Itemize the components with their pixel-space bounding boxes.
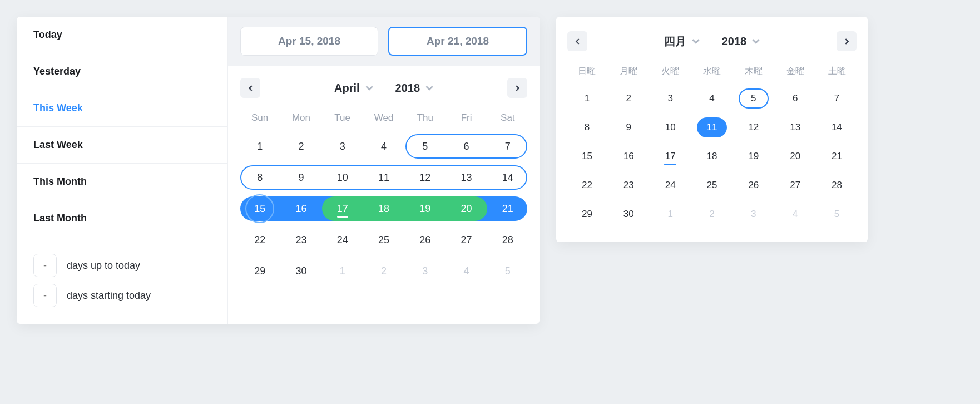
calendar-day[interactable]: 20 [446,196,487,221]
calendar-day[interactable]: 10 [650,116,691,139]
preset-last-week[interactable]: Last Week [17,127,227,164]
calendar-day[interactable]: 13 [774,116,816,139]
days-up-to-today-input[interactable] [33,254,57,277]
days-starting-today-input[interactable] [33,284,57,307]
calendar-day[interactable]: 2 [363,259,404,283]
calendar-day[interactable]: 22 [239,228,280,252]
calendar-week: 29 30 1 2 3 4 5 [239,257,528,285]
preset-yesterday[interactable]: Yesterday [17,53,227,90]
calendar-day[interactable]: 26 [732,174,774,196]
preset-this-month[interactable]: This Month [17,164,227,200]
next-month-button[interactable] [837,31,857,51]
calendar-day[interactable]: 2 [691,203,733,225]
calendar-day[interactable]: 12 [404,165,446,190]
calendar-day[interactable]: 15 [566,145,608,167]
prev-month-button[interactable] [240,78,260,98]
calendar-day[interactable]: 3 [650,87,691,110]
calendar-day[interactable]: 12 [732,116,774,139]
month-select[interactable]: April [334,82,373,95]
calendar-day[interactable]: 30 [608,203,650,225]
weekday-header: 日曜 月曜 火曜 水曜 木曜 金曜 土曜 [566,62,858,83]
calendar-day[interactable]: 3 [404,259,446,283]
calendar-day[interactable]: 8 [239,165,280,190]
prev-month-button[interactable] [567,31,587,51]
calendar-day[interactable]: 29 [239,259,280,283]
calendar-day[interactable]: 4 [691,87,733,110]
calendar-day[interactable]: 4 [774,203,816,225]
year-select[interactable]: 2018 [395,82,434,95]
calendar-week: 22 23 24 25 26 27 28 [566,172,858,199]
calendar-day[interactable]: 1 [239,134,280,159]
calendar-day[interactable]: 9 [608,116,650,139]
calendar-day[interactable]: 11 [691,116,733,139]
calendar-day[interactable]: 28 [487,228,528,252]
calendar-day[interactable]: 21 [816,145,858,167]
weekday-label: 金曜 [774,62,816,83]
calendar-day[interactable]: 16 [280,196,321,221]
preset-today[interactable]: Today [17,17,227,53]
calendar-day[interactable]: 7 [816,87,858,110]
calendar-day[interactable]: 15 [239,196,280,221]
calendar-day[interactable]: 18 [691,145,733,167]
calendar-day[interactable]: 26 [404,228,446,252]
calendar-day[interactable]: 25 [691,174,733,196]
calendar-day[interactable]: 19 [732,145,774,167]
calendar-day[interactable]: 25 [363,228,404,252]
calendar-day[interactable]: 1 [650,203,691,225]
calendar-day[interactable]: 5 [732,87,774,110]
preset-last-month[interactable]: Last Month [17,200,227,237]
next-month-button[interactable] [507,78,527,98]
calendar-day[interactable]: 10 [322,165,363,190]
calendar-day[interactable]: 7 [487,134,528,159]
month-navigation: April 2018 [239,71,528,101]
calendar-day[interactable]: 27 [774,174,816,196]
calendar-day[interactable]: 5 [404,134,446,159]
calendar-day[interactable]: 24 [322,228,363,252]
calendar-day[interactable]: 1 [566,87,608,110]
calendar-day[interactable]: 20 [774,145,816,167]
calendar-day[interactable]: 18 [363,196,404,221]
calendar-day[interactable]: 30 [280,259,321,283]
days-starting-today-label: days starting today [67,290,151,302]
calendar-day[interactable]: 14 [816,116,858,139]
chevron-right-icon [514,85,521,91]
start-date-field[interactable]: Apr 15, 2018 [240,27,378,56]
calendar-week: 8 9 10 11 12 13 14 [239,164,528,191]
calendar-day[interactable]: 2 [608,87,650,110]
calendar-day[interactable]: 8 [566,116,608,139]
calendar-day[interactable]: 17 [650,145,691,167]
calendar-day[interactable]: 3 [732,203,774,225]
calendar-day[interactable]: 9 [280,165,321,190]
calendar-day[interactable]: 13 [446,165,487,190]
days-up-to-today-label: days up to today [67,260,140,272]
calendar-day[interactable]: 1 [322,259,363,283]
calendar-day[interactable]: 27 [446,228,487,252]
calendar-day[interactable]: 3 [322,134,363,159]
calendar-day[interactable]: 24 [650,174,691,196]
calendar-day[interactable]: 5 [816,203,858,225]
calendar-day[interactable]: 11 [363,165,404,190]
end-date-field[interactable]: Apr 21, 2018 [388,27,527,56]
calendar-grid: 1 2 3 4 5 6 7 8 9 10 11 12 13 14 [239,132,528,285]
calendar-day[interactable]: 5 [487,259,528,283]
calendar-day[interactable]: 28 [816,174,858,196]
calendar-day[interactable]: 2 [280,134,321,159]
calendar-day[interactable]: 6 [774,87,816,110]
calendar-day[interactable]: 23 [608,174,650,196]
calendar-day[interactable]: 21 [487,196,528,221]
calendar-day[interactable]: 14 [487,165,528,190]
custom-offsets: days up to today days starting today [17,237,227,324]
calendar-day[interactable]: 23 [280,228,321,252]
year-select[interactable]: 2018 [722,34,760,49]
calendar-day[interactable]: 29 [566,203,608,225]
month-select[interactable]: 四月 [664,34,700,49]
calendar-day[interactable]: 22 [566,174,608,196]
calendar-day[interactable]: 4 [363,134,404,159]
calendar-day[interactable]: 16 [608,145,650,167]
calendar-day[interactable]: 6 [446,134,487,159]
calendar-day[interactable]: 4 [446,259,487,283]
chevron-down-icon [752,37,760,45]
calendar-day[interactable]: 19 [404,196,446,221]
calendar-day[interactable]: 17 [322,196,363,221]
preset-this-week[interactable]: This Week [17,90,227,127]
